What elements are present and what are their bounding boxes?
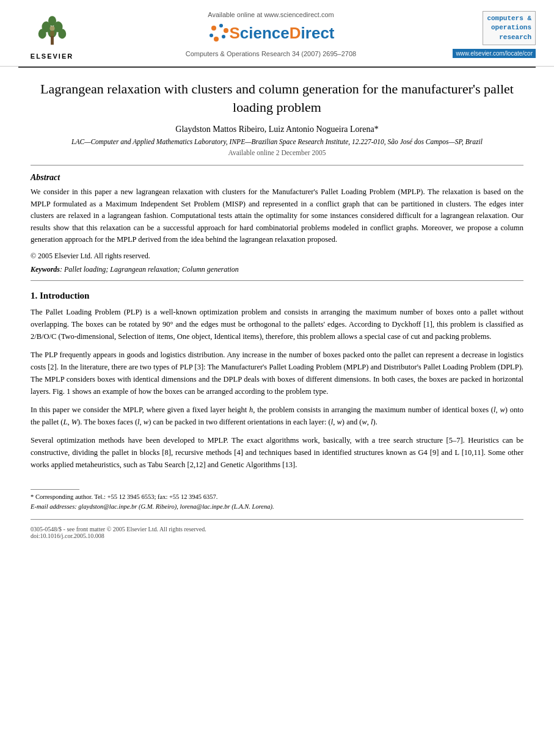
journal-name: Computers & Operations Research 34 (2007… (186, 50, 356, 57)
section1-para3: In this paper we consider the MPLP, wher… (31, 404, 523, 428)
svg-point-10 (219, 24, 223, 27)
doi-line: doi:10.1016/j.cor.2005.10.008 (31, 532, 523, 539)
footnote-star: * Corresponding author. Tel.: +55 12 394… (31, 492, 523, 502)
available-online-label: Available online at www.sciencedirect.co… (208, 11, 333, 18)
elsevier-label: ELSEVIER (31, 53, 73, 60)
svg-point-12 (222, 35, 225, 38)
elsevier-tree-icon (32, 11, 72, 51)
svg-point-9 (211, 26, 216, 31)
cor-line2: operations (487, 23, 531, 32)
section-introduction: 1. Introduction The Pallet Loading Probl… (31, 291, 523, 471)
section1-para2: The PLP frequently appears in goods and … (31, 349, 523, 398)
page: ELSEVIER Available online at www.science… (0, 0, 554, 756)
affiliation: LAC—Computer and Applied Mathematics Lab… (31, 138, 523, 145)
abstract-section: Abstract We consider in this paper a new… (31, 173, 523, 274)
header: ELSEVIER Available online at www.science… (0, 0, 554, 67)
article-title: Lagrangean relaxation with clusters and … (31, 80, 523, 116)
section1-heading: 1. Introduction (31, 291, 523, 301)
footer-divider (31, 519, 523, 520)
section1-para1: The Pallet Loading Problem (PLP) is a we… (31, 306, 523, 343)
issn-line: 0305-0548/$ - see front matter © 2005 El… (31, 526, 523, 532)
section1-para4: Several optimization methods have been d… (31, 434, 523, 471)
keywords-colon: : (60, 265, 64, 274)
svg-rect-6 (51, 36, 54, 45)
header-right: computers & operations research www.else… (456, 11, 536, 58)
title-divider (31, 165, 523, 165)
footnote-line (31, 489, 79, 490)
available-online-date: Available online 2 December 2005 (31, 149, 523, 156)
footnote-email: E-mail addresses: glaydston@lac.inpe.br … (31, 502, 523, 512)
cor-line3: research (487, 33, 531, 42)
abstract-divider (31, 280, 523, 281)
svg-point-14 (210, 34, 213, 37)
svg-point-5 (58, 29, 66, 38)
keywords-label: Keywords (31, 265, 60, 274)
abstract-text: We consider in this paper a new lagrange… (31, 186, 523, 245)
abstract-heading: Abstract (31, 173, 523, 183)
keywords-values: Pallet loading; Lagrangean relaxation; C… (64, 265, 239, 274)
keywords: Keywords: Pallet loading; Lagrangean rel… (31, 265, 523, 274)
svg-point-7 (49, 26, 54, 31)
footnotes: * Corresponding author. Tel.: +55 12 394… (0, 492, 554, 512)
elsevier-url[interactable]: www.elsevier.com/locate/cor (453, 49, 536, 58)
elsevier-logo-block: ELSEVIER (18, 11, 86, 60)
svg-point-13 (214, 37, 219, 42)
svg-point-11 (224, 28, 228, 33)
page-bottom-issn: 0305-0548/$ - see front matter © 2005 El… (0, 523, 554, 542)
svg-rect-8 (50, 31, 54, 36)
elsevier-logo: ELSEVIER (31, 11, 73, 60)
main-content: Lagrangean relaxation with clusters and … (0, 68, 554, 489)
sciencedirect-logo: ScienceDirect (208, 22, 335, 44)
header-center: Available online at www.sciencedirect.co… (86, 11, 456, 57)
authors: Glaydston Mattos Ribeiro, Luiz Antonio N… (31, 125, 523, 134)
copyright: © 2005 Elsevier Ltd. All rights reserved… (31, 250, 523, 261)
cor-line1: computers & (487, 14, 531, 23)
sd-icon (208, 22, 230, 44)
svg-point-3 (38, 29, 46, 38)
sd-name-label: ScienceDirect (230, 24, 335, 43)
cor-logo: computers & operations research (483, 11, 536, 45)
title-block: Lagrangean relaxation with clusters and … (31, 80, 523, 156)
